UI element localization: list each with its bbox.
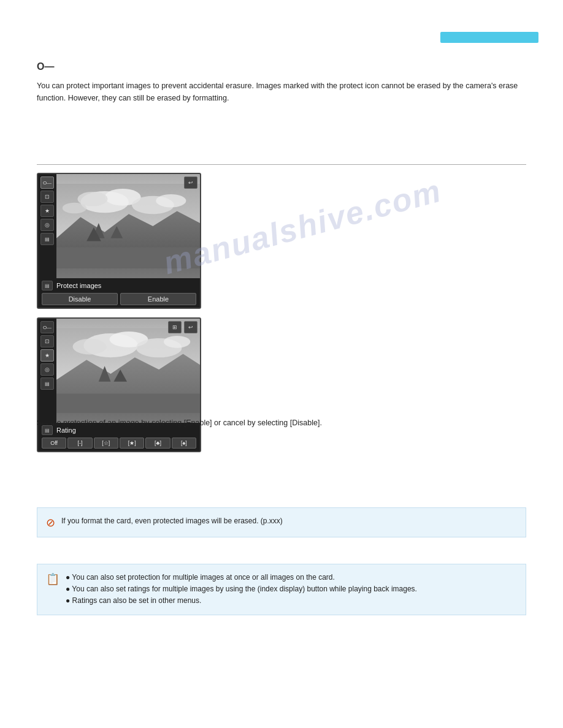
cam-bottom-bar-1: ▤ Protect images Disable Enable: [38, 278, 200, 308]
cam-image-2: ⊞ ↩: [56, 319, 200, 423]
cam-inner-1: O― ⊡ ★ ◎ ▤: [38, 174, 200, 278]
svg-rect-9: [56, 247, 200, 268]
star-btn-icon-2: ★: [45, 352, 50, 358]
enable-button[interactable]: Enable: [120, 293, 196, 305]
rating-5-btn[interactable]: [♠]: [172, 438, 196, 449]
menu-btn-icon-2: ▤: [45, 381, 50, 387]
svg-point-19: [164, 336, 190, 348]
menu-btn-icon: ▤: [45, 237, 50, 242]
cam-button-row-1: Disable Enable: [42, 293, 196, 305]
info-box: 📋 ● You can also set protection for mult…: [37, 564, 526, 615]
notice-icon: ⊘: [46, 516, 55, 529]
cam-sidebar-1: O― ⊡ ★ ◎ ▤: [38, 174, 56, 278]
info-line-1: ● You can also set protection for multip…: [66, 572, 417, 583]
info-icon: 📋: [46, 572, 59, 586]
body-text-top: You can protect important images to prev…: [37, 80, 526, 104]
star-btn-icon: ★: [45, 208, 50, 214]
cam-btn-menu[interactable]: ▤: [40, 233, 54, 245]
svg-point-7: [63, 203, 86, 214]
cam-btn-key[interactable]: O―: [40, 176, 54, 189]
camera-panels: O― ⊡ ★ ◎ ▤: [37, 173, 201, 452]
key-icon: O―: [37, 61, 54, 72]
cam-back-btn-2[interactable]: ↩: [184, 321, 197, 333]
cam-btn-target[interactable]: ◎: [40, 219, 54, 231]
cam-image-svg-1: [56, 174, 200, 278]
photo-btn-icon-2: ⊡: [45, 338, 50, 344]
watermark: manualshive.com: [159, 172, 445, 282]
key-btn-icon: O―: [43, 180, 52, 186]
photo-btn-icon: ⊡: [45, 194, 50, 200]
target-btn-icon: ◎: [45, 222, 50, 228]
info-line-2: ● You can also set ratings for multiple …: [66, 583, 417, 595]
cam-btn-photo-2[interactable]: ⊡: [40, 335, 54, 347]
protect-images-panel: O― ⊡ ★ ◎ ▤: [37, 173, 201, 309]
cam-btn-menu-2[interactable]: ▤: [40, 377, 54, 390]
cam-btn-star-2[interactable]: ★: [40, 349, 54, 362]
body-paragraph-1: You can protect important images to prev…: [37, 80, 526, 104]
disable-button[interactable]: Disable: [42, 293, 118, 305]
rating-panel: O― ⊡ ★ ◎ ▤: [37, 317, 201, 452]
cam-sidebar-2: O― ⊡ ★ ◎ ▤: [38, 319, 56, 423]
key-icon-area: O―: [37, 61, 54, 72]
info-line-3: ● Ratings can also be set in other menus…: [66, 595, 417, 607]
page-container: O― You can protect important images to p…: [0, 0, 563, 728]
cam-inner-2: O― ⊡ ★ ◎ ▤: [38, 319, 200, 423]
cam-protect-icon: ▤: [42, 281, 53, 290]
cam-image-1: ↩: [56, 174, 200, 278]
cam-back-btn-1[interactable]: ↩: [184, 176, 197, 189]
body-paragraph-mid: Set the protection of an image by select…: [37, 417, 526, 429]
notice-text: If you format the card, even protected i…: [61, 515, 283, 527]
key-btn-icon-2: O―: [43, 325, 52, 330]
body-text-mid: Set the protection of an image by select…: [37, 417, 526, 429]
rating-3-btn[interactable]: [★]: [120, 438, 144, 449]
rating-off-btn[interactable]: Off: [42, 438, 66, 449]
notice-box: ⊘ If you format the card, even protected…: [37, 507, 526, 537]
info-text: ● You can also set protection for multip…: [66, 572, 417, 607]
top-bar-accent: [440, 32, 538, 43]
target-btn-icon-2: ◎: [45, 366, 50, 373]
cam-image-svg-2: [56, 319, 200, 423]
svg-point-6: [156, 194, 186, 208]
cam-btn-key-2[interactable]: O―: [40, 321, 54, 333]
rating-4-btn[interactable]: [♣]: [145, 438, 170, 449]
cam-btn-star[interactable]: ★: [40, 205, 54, 217]
cam-grid-btn[interactable]: ⊞: [168, 321, 182, 333]
section-divider: [37, 164, 526, 165]
cam-rating-row: Off [-] [☆] [★] [♣] [♠]: [42, 438, 196, 449]
svg-point-17: [73, 339, 107, 355]
cam-btn-target-2[interactable]: ◎: [40, 363, 54, 376]
rating-2-btn[interactable]: [☆]: [94, 438, 118, 449]
rating-1-btn[interactable]: [-]: [67, 438, 92, 449]
cam-label-row-1: ▤ Protect images: [42, 281, 196, 290]
cam-btn-photo[interactable]: ⊡: [40, 191, 54, 203]
cam-protect-label: Protect images: [56, 282, 101, 289]
svg-rect-21: [56, 393, 200, 412]
